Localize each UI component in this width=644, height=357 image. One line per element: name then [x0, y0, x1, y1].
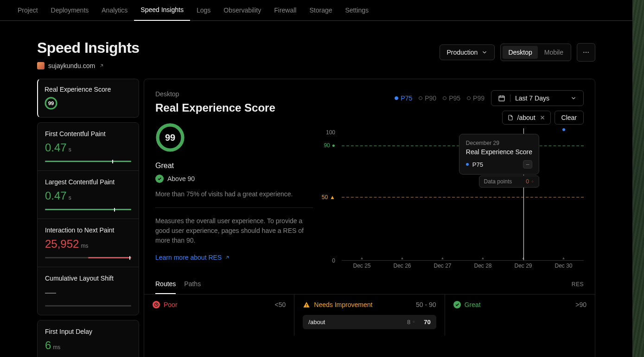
external-link-icon	[99, 63, 104, 69]
route-row[interactable]: /about 8 ⁘ 70	[303, 315, 436, 329]
sidebar-metric-card[interactable]: First Contentful Paint 0.47 s	[38, 123, 139, 170]
svg-rect-10	[306, 306, 307, 307]
metric-value: —	[45, 286, 56, 299]
date-range-select[interactable]: Last 7 Days	[491, 90, 584, 106]
nav-tab-observability[interactable]: Observability	[217, 0, 268, 21]
description-text: Measures the overall user experience. To…	[155, 216, 313, 245]
percentile-selector: P75P90P95P99	[395, 94, 485, 102]
res-chart[interactable]: 100 90 ● 50 ▲ 0 ▲▲▲▲▲▲ Dec 25Dec 26Dec 2…	[324, 128, 584, 272]
sidebar-fid-card[interactable]: First Input Delay 6 ms	[37, 320, 139, 357]
environment-select[interactable]: Production	[440, 44, 495, 60]
y-label-100: 100	[326, 129, 335, 136]
project-domain[interactable]: sujaykundu.com	[48, 62, 95, 69]
device-segment: Desktop Mobile	[500, 44, 571, 61]
main-panel: Desktop Real Experience Score 99 Great A…	[144, 79, 595, 357]
x-axis-label: Dec 28	[463, 263, 503, 272]
x-axis-label: Dec 26	[382, 263, 422, 272]
project-avatar	[37, 62, 45, 69]
close-icon	[539, 114, 546, 121]
panel-device-label: Desktop	[155, 90, 313, 98]
device-desktop[interactable]: Desktop	[503, 46, 537, 59]
nav-tab-firewall[interactable]: Firewall	[268, 0, 303, 21]
clear-filters-button[interactable]: Clear	[555, 111, 584, 125]
chevron-down-icon	[481, 49, 488, 56]
x-axis-label: Dec 25	[342, 263, 382, 272]
check-icon	[155, 175, 164, 183]
nav-tab-storage[interactable]: Storage	[303, 0, 338, 21]
x-axis-label: Dec 29	[503, 263, 543, 272]
chart-point	[562, 128, 565, 131]
more-menu-button[interactable]	[577, 43, 595, 62]
res-ring-small: 99	[45, 97, 57, 110]
nav-tab-settings[interactable]: Settings	[339, 0, 376, 21]
check-icon	[453, 301, 461, 308]
routes-tabs: RoutesPaths	[155, 280, 201, 294]
y-label-50: 50 ▲	[322, 194, 335, 200]
nav-tab-logs[interactable]: Logs	[190, 0, 217, 21]
page-title: Speed Insights	[37, 39, 140, 56]
metric-title: First Contentful Paint	[45, 130, 131, 138]
external-link-icon	[224, 255, 230, 260]
page-icon	[507, 114, 514, 121]
y-label-90: 90 ●	[324, 142, 335, 149]
y-label-0: 0	[332, 257, 335, 264]
chart-tooltip: December 29 Real Experience Score P75 –	[459, 134, 539, 175]
percentile-p90[interactable]: P90	[419, 94, 436, 102]
sidebar-metric-card[interactable]: Largest Contentful Paint 0.47 s	[38, 170, 139, 219]
nav-tab-deployments[interactable]: Deployments	[45, 0, 96, 21]
metric-unit: ms	[81, 243, 88, 249]
percentile-p75[interactable]: P75	[395, 94, 412, 102]
metric-title: Cumulative Layout Shift	[45, 275, 131, 282]
metric-unit: s	[69, 146, 71, 153]
sidebar-metric-card[interactable]: Cumulative Layout Shift —	[38, 267, 139, 315]
calendar-icon	[498, 94, 505, 102]
top-nav: ProjectDeploymentsAnalyticsSpeed Insight…	[0, 0, 632, 21]
sidebar-res-card[interactable]: Real Experience Score 99	[37, 79, 139, 118]
metric-title: First Input Delay	[45, 328, 131, 335]
nav-tab-speed-insights[interactable]: Speed Insights	[134, 0, 190, 21]
svg-point-2	[588, 52, 589, 53]
metric-value: 6	[45, 339, 51, 352]
routes-column-poor: Poor<50	[144, 294, 294, 336]
routes-column-label: RES	[572, 281, 584, 293]
x-axis-label: Dec 30	[543, 263, 584, 272]
metric-value: 0.47	[45, 141, 67, 154]
sidebar-metric-card[interactable]: Interaction to Next Paint 25,952 ms	[38, 219, 139, 267]
background-image-strip	[632, 0, 644, 357]
device-mobile[interactable]: Mobile	[539, 46, 569, 59]
metrics-sidebar: Real Experience Score 99 First Contentfu…	[37, 79, 139, 357]
metric-title: Interaction to Next Paint	[45, 226, 131, 234]
metric-value: 0.47	[45, 189, 67, 202]
panel-title: Real Experience Score	[155, 101, 313, 114]
summary-text: More than 75% of visits had a great expe…	[155, 189, 313, 199]
res-ring-large: 99	[155, 123, 185, 152]
filter-pill[interactable]: /about	[502, 111, 551, 125]
percentile-p99[interactable]: P99	[467, 94, 485, 102]
chevron-down-icon	[570, 95, 577, 101]
nav-tab-analytics[interactable]: Analytics	[95, 0, 134, 21]
routes-column-great: Great>90	[445, 294, 595, 336]
svg-rect-7	[499, 96, 504, 101]
remove-filter-button[interactable]	[539, 114, 546, 121]
warning-icon	[303, 301, 310, 308]
metric-title: Largest Contentful Paint	[45, 178, 131, 186]
svg-point-0	[583, 52, 584, 53]
grade-label: Great	[155, 162, 313, 170]
metric-unit: ms	[53, 344, 60, 351]
series-dot-icon	[466, 163, 469, 166]
nav-tab-project[interactable]: Project	[11, 0, 45, 21]
routes-tab-routes[interactable]: Routes	[155, 280, 176, 294]
poor-icon	[153, 301, 160, 308]
routes-tab-paths[interactable]: Paths	[184, 280, 201, 294]
metric-unit: s	[69, 194, 71, 201]
percentile-p95[interactable]: P95	[443, 94, 460, 102]
svg-rect-9	[306, 304, 307, 306]
grade-sublabel: Above 90	[167, 175, 195, 182]
more-horizontal-icon	[582, 49, 590, 56]
sidebar-res-title: Real Experience Score	[45, 86, 131, 93]
routes-column-warn: Needs Improvement50 - 90 /about 8 ⁘ 70	[294, 294, 445, 336]
data-points-pill: Data points 0 ⁘	[479, 175, 539, 188]
learn-more-link[interactable]: Learn more about RES	[155, 254, 230, 261]
x-axis-label: Dec 27	[422, 263, 463, 272]
svg-point-1	[586, 52, 587, 53]
